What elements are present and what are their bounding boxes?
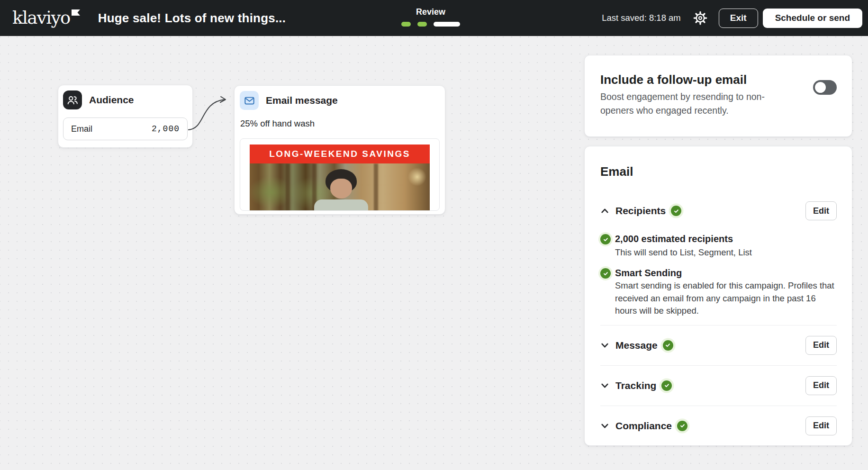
detail-text: 2,000 estimated recipients This will sen… [615, 233, 752, 259]
message-section-label: Message [615, 340, 658, 351]
compliance-edit-button[interactable]: Edit [805, 416, 837, 435]
klaviyo-flag-icon [72, 9, 80, 16]
campaign-canvas: Audience Email 2,000 Email message 25% o… [0, 36, 868, 470]
email-review-panel: Email Recipients Edit 2,000 estimated re… [584, 146, 852, 446]
section-row-recipients[interactable]: Recipients Edit [600, 201, 837, 220]
step-pill-completed-2[interactable] [417, 22, 427, 27]
followup-text: Include a follow-up email Boost engageme… [600, 72, 786, 136]
recipients-details: 2,000 estimated recipients This will sen… [600, 233, 837, 317]
last-saved-text: Last saved: 8:18 am [602, 13, 681, 23]
email-preview-thumbnail: LONG-WEEKEND SAVINGS [240, 138, 440, 211]
audience-channel-label: Email [71, 124, 92, 134]
connector-arrow [186, 95, 235, 136]
audience-people-icon [63, 90, 82, 109]
followup-description: Boost engagement by resending to non-ope… [600, 90, 769, 118]
chevron-down-icon[interactable] [600, 421, 609, 430]
tracking-edit-button[interactable]: Edit [805, 376, 837, 395]
divider [600, 365, 837, 366]
section-row-tracking[interactable]: Tracking Edit [600, 376, 837, 395]
smart-sending-title: Smart Sending [615, 267, 837, 280]
email-preview-photo [250, 163, 430, 211]
topbar-actions: Last saved: 8:18 am Exit Schedule or sen… [602, 0, 862, 36]
recipients-detail-item: Smart Sending Smart sending is enabled f… [600, 267, 837, 317]
chevron-down-icon[interactable] [600, 381, 609, 390]
audience-node-header: Audience [63, 90, 188, 109]
email-envelope-icon [240, 91, 259, 110]
step-pill-completed-1[interactable] [401, 22, 411, 27]
audience-node-title: Audience [89, 94, 134, 106]
recipients-section-label: Recipients [615, 205, 666, 217]
section-row-compliance[interactable]: Compliance Edit [600, 416, 837, 435]
campaign-title: Huge sale! Lots of new things... [98, 11, 286, 26]
step-pills [401, 22, 460, 27]
photo-person-shirt [314, 199, 368, 211]
followup-email-card: Include a follow-up email Boost engageme… [584, 55, 852, 137]
divider [600, 406, 837, 406]
tracking-section-label: Tracking [615, 380, 656, 391]
audience-node-card[interactable]: Audience Email 2,000 [58, 85, 193, 148]
email-node-header: Email message [240, 91, 440, 110]
section-row-message[interactable]: Message Edit [600, 336, 837, 355]
photo-window-frame [286, 163, 290, 211]
email-node-title: Email message [266, 95, 338, 106]
photo-window-frame [374, 163, 378, 211]
klaviyo-logo: klaviyo [12, 6, 80, 30]
smart-sending-description: Smart sending is enabled for this campai… [615, 280, 837, 317]
followup-title: Include a follow-up email [600, 72, 786, 88]
check-icon [600, 268, 611, 279]
photo-person-face [330, 179, 352, 199]
recipients-edit-button[interactable]: Edit [805, 201, 837, 220]
email-subject-line: 25% off hand wash [240, 119, 440, 128]
audience-recipient-count: 2,000 [152, 124, 180, 134]
schedule-or-send-button[interactable]: Schedule or send [763, 9, 862, 28]
divider [600, 325, 837, 325]
email-message-node-card[interactable]: Email message 25% off hand wash LONG-WEE… [234, 85, 445, 215]
klaviyo-wordmark: klaviyo [12, 6, 70, 30]
compliance-complete-check-icon [677, 421, 687, 431]
chevron-up-icon[interactable] [600, 207, 609, 216]
message-complete-check-icon [663, 340, 673, 351]
email-preview-banner: LONG-WEEKEND SAVINGS [250, 145, 430, 163]
active-step-label: Review [416, 7, 445, 17]
step-progress: Review [401, 7, 461, 27]
chevron-down-icon[interactable] [600, 341, 609, 350]
check-icon [600, 234, 611, 244]
estimated-recipients-subtext: This will send to List, Segment, List [615, 245, 752, 259]
followup-toggle[interactable] [813, 80, 837, 95]
estimated-recipients-title: 2,000 estimated recipients [615, 233, 752, 245]
followup-toggle-knob [815, 82, 826, 93]
settings-gear-icon[interactable] [693, 10, 708, 26]
message-edit-button[interactable]: Edit [805, 336, 837, 355]
audience-email-row[interactable]: Email 2,000 [63, 118, 188, 140]
recipients-complete-check-icon [671, 206, 681, 216]
detail-text: Smart Sending Smart sending is enabled f… [615, 267, 837, 317]
tracking-complete-check-icon [661, 380, 672, 391]
recipients-detail-item: 2,000 estimated recipients This will sen… [600, 233, 837, 259]
panel-heading: Email [600, 163, 837, 180]
step-pill-active-review[interactable] [434, 22, 460, 27]
exit-button[interactable]: Exit [719, 9, 758, 28]
topbar: klaviyo Huge sale! Lots of new things...… [0, 0, 868, 36]
compliance-section-label: Compliance [615, 420, 672, 432]
